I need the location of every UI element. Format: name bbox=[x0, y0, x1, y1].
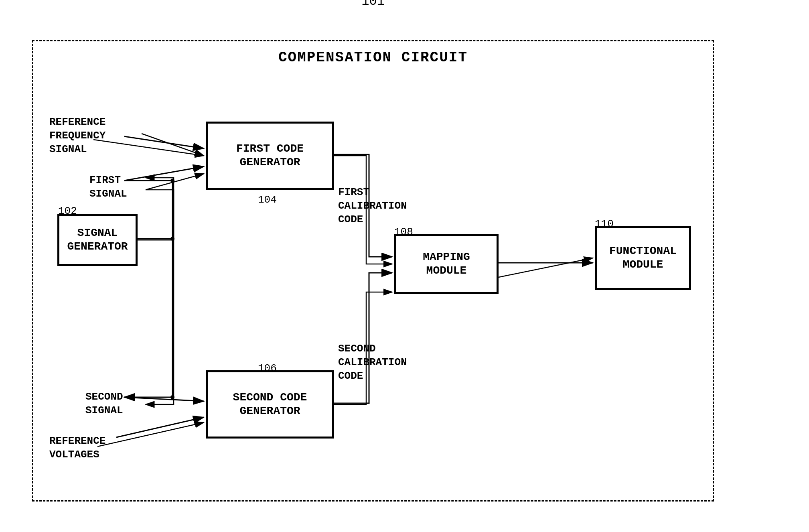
diagram-container: 101 bbox=[32, 16, 778, 514]
label-first-calibration-code: FIRST CALIBRATION CODE bbox=[338, 186, 407, 226]
second-code-generator-block: SECOND CODE GENERATOR bbox=[206, 370, 334, 439]
label-reference-voltages: REFERENCE VOLTAGES bbox=[49, 435, 105, 462]
main-circuit-box: COMPENSATION CIRCUIT SIGNAL GENERATOR 10… bbox=[32, 40, 714, 502]
ref-108: 108 bbox=[394, 226, 413, 238]
signal-generator-block: SIGNAL GENERATOR bbox=[57, 214, 138, 266]
ref-101: 101 bbox=[32, 0, 714, 9]
ref-102: 102 bbox=[58, 205, 77, 217]
functional-module-block: FUNCTIONAL MODULE bbox=[595, 226, 691, 290]
label-second-calibration-code: SECOND CALIBRATION CODE bbox=[338, 342, 407, 383]
label-reference-frequency-signal: REFERENCE FREQUENCY SIGNAL bbox=[49, 116, 105, 156]
svg-line-5 bbox=[97, 422, 204, 447]
ref-104: 104 bbox=[258, 194, 277, 206]
circuit-title: COMPENSATION CIRCUIT bbox=[33, 49, 713, 66]
svg-line-1 bbox=[142, 134, 204, 156]
svg-line-2 bbox=[146, 174, 204, 190]
label-second-signal: SECOND SIGNAL bbox=[85, 390, 123, 418]
first-code-generator-block: FIRST CODE GENERATOR bbox=[206, 122, 334, 190]
svg-line-4 bbox=[93, 140, 204, 156]
mapping-module-block: MAPPING MODULE bbox=[394, 234, 499, 294]
ref-110: 110 bbox=[595, 218, 614, 230]
label-first-signal: FIRST SIGNAL bbox=[89, 174, 127, 201]
svg-line-6 bbox=[499, 258, 593, 277]
ref-106: 106 bbox=[258, 362, 277, 374]
